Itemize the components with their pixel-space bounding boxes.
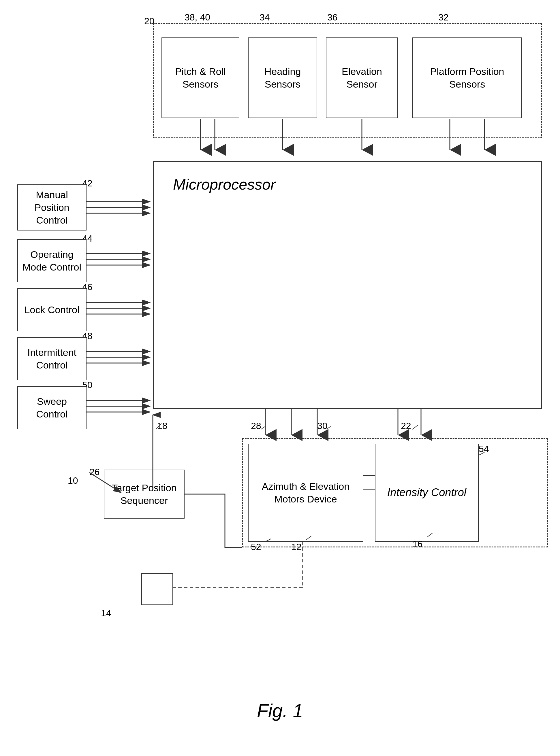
ref-16: 16 xyxy=(412,539,423,549)
microprocessor-label: Microprocessor xyxy=(173,176,275,193)
lock-control-box: Lock Control xyxy=(17,288,86,331)
svg-line-43 xyxy=(261,426,265,429)
ref-28: 28 xyxy=(251,421,261,431)
ref-26: 26 xyxy=(89,467,100,477)
ref-18: 18 xyxy=(157,421,167,431)
intermittent-control-box: Intermittent Control xyxy=(17,337,86,380)
ref-38-40: 38, 40 xyxy=(184,12,210,23)
intermittent-label: Intermittent Control xyxy=(20,346,84,371)
target-sequencer-box: Target Position Sequencer xyxy=(104,469,184,519)
pitch-roll-sensor-box: Pitch & Roll Sensors xyxy=(161,38,239,118)
elevation-sensor-box: Elevation Sensor xyxy=(326,38,398,118)
fig-label: Fig. 1 xyxy=(257,700,303,721)
azimuth-label: Azimuth & Elevation Motors Device xyxy=(251,480,360,505)
sweep-control-label: Sweep Control xyxy=(20,395,84,420)
microprocessor-box xyxy=(153,161,542,409)
heading-label: Heading Sensors xyxy=(252,65,314,90)
ref-34: 34 xyxy=(260,12,270,23)
heading-sensor-box: Heading Sensors xyxy=(248,38,317,118)
ref-14: 14 xyxy=(101,608,111,618)
intensity-label: Intensity Control xyxy=(387,485,466,500)
ref-30: 30 xyxy=(317,421,327,431)
lock-control-label: Lock Control xyxy=(24,303,80,316)
svg-line-45 xyxy=(412,425,418,429)
pitch-roll-label: Pitch & Roll Sensors xyxy=(165,65,236,90)
manual-position-label: Manual Position Control xyxy=(20,188,84,227)
target-sequencer-label: Target Position Sequencer xyxy=(107,481,182,507)
ref-10: 10 xyxy=(68,476,78,486)
ref-22: 22 xyxy=(401,421,411,431)
elevation-label: Elevation Sensor xyxy=(329,65,395,90)
azimuth-box: Azimuth & Elevation Motors Device xyxy=(248,444,363,542)
operating-mode-label: Operating Mode Control xyxy=(20,248,84,273)
diagram-container: 10 20 38, 40 34 36 32 Pitch & Roll Senso… xyxy=(0,0,560,756)
operating-mode-box: Operating Mode Control xyxy=(17,239,86,282)
ref-52: 52 xyxy=(251,542,261,552)
platform-sensor-box: Platform Position Sensors xyxy=(412,38,522,118)
ref-32: 32 xyxy=(438,12,449,23)
intensity-box: Intensity Control xyxy=(375,444,479,542)
ref-20: 20 xyxy=(144,16,155,26)
ref-12: 12 xyxy=(291,542,302,552)
platform-label: Platform Position Sensors xyxy=(416,65,519,90)
manual-position-box: Manual Position Control xyxy=(17,184,86,230)
small-square-14 xyxy=(141,573,173,605)
ref-54: 54 xyxy=(479,444,489,454)
ref-36: 36 xyxy=(327,12,338,23)
sweep-control-box: Sweep Control xyxy=(17,386,86,429)
